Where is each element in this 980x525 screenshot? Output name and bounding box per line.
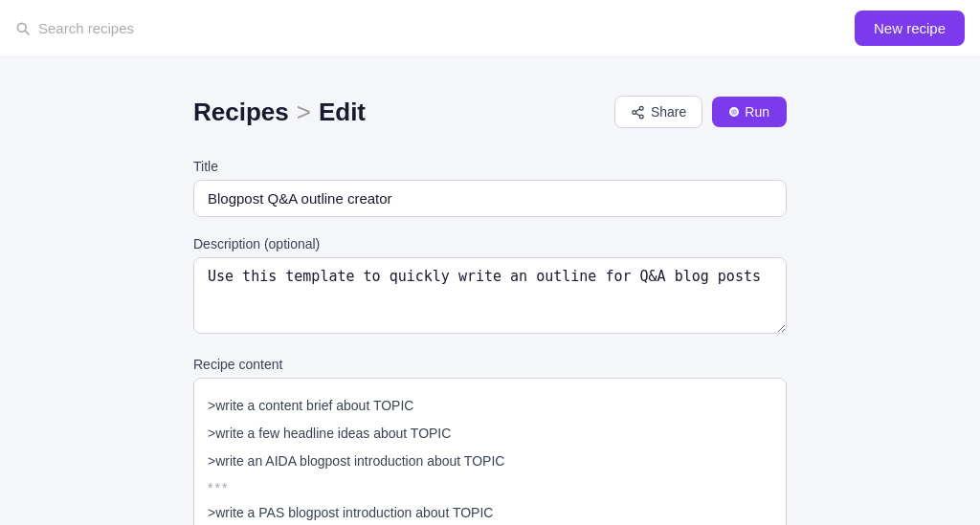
title-label: Title	[193, 159, 787, 174]
new-recipe-button[interactable]: New recipe	[855, 11, 965, 46]
navbar: Search recipes New recipe	[0, 0, 980, 57]
description-label: Description (optional)	[193, 236, 787, 252]
recipe-content-field-group: Recipe content >write a content brief ab…	[193, 357, 787, 525]
svg-line-1	[25, 31, 29, 34]
action-buttons: Share Run	[614, 96, 787, 128]
description-field-group: Description (optional)	[193, 236, 787, 338]
share-icon	[631, 105, 645, 120]
breadcrumb-recipes: Recipes	[193, 98, 289, 127]
svg-line-6	[635, 109, 639, 111]
search-icon	[15, 21, 31, 36]
search-placeholder: Search recipes	[38, 20, 134, 36]
run-button[interactable]: Run	[712, 97, 787, 127]
recipe-line: >write a content brief about TOPIC	[208, 392, 772, 420]
run-label: Run	[745, 104, 769, 120]
header-row: Recipes > Edit Share Run	[193, 96, 787, 128]
recipe-content-label: Recipe content	[193, 357, 787, 372]
title-input[interactable]	[193, 180, 787, 217]
breadcrumb-separator: >	[297, 98, 311, 127]
recipe-line: >write a PAS blogpost introduction about…	[208, 499, 772, 525]
breadcrumb-edit: Edit	[319, 98, 366, 127]
content-wrapper: Recipes > Edit Share Run	[193, 96, 787, 525]
share-button[interactable]: Share	[614, 96, 702, 128]
svg-point-0	[17, 23, 26, 32]
svg-line-5	[635, 113, 639, 115]
recipe-line: >write a few headline ideas about TOPIC	[208, 420, 772, 448]
search-bar[interactable]: Search recipes	[15, 20, 134, 36]
description-textarea[interactable]	[193, 257, 787, 334]
recipe-content-box[interactable]: >write a content brief about TOPIC>write…	[193, 378, 787, 525]
recipe-line: ***	[208, 476, 772, 499]
breadcrumb: Recipes > Edit	[193, 98, 366, 127]
title-field-group: Title	[193, 159, 787, 217]
recipe-line: >write an AIDA blogpost introduction abo…	[208, 448, 772, 475]
share-label: Share	[651, 104, 686, 120]
main-content: Recipes > Edit Share Run	[0, 57, 980, 525]
run-dot-icon	[729, 107, 739, 117]
